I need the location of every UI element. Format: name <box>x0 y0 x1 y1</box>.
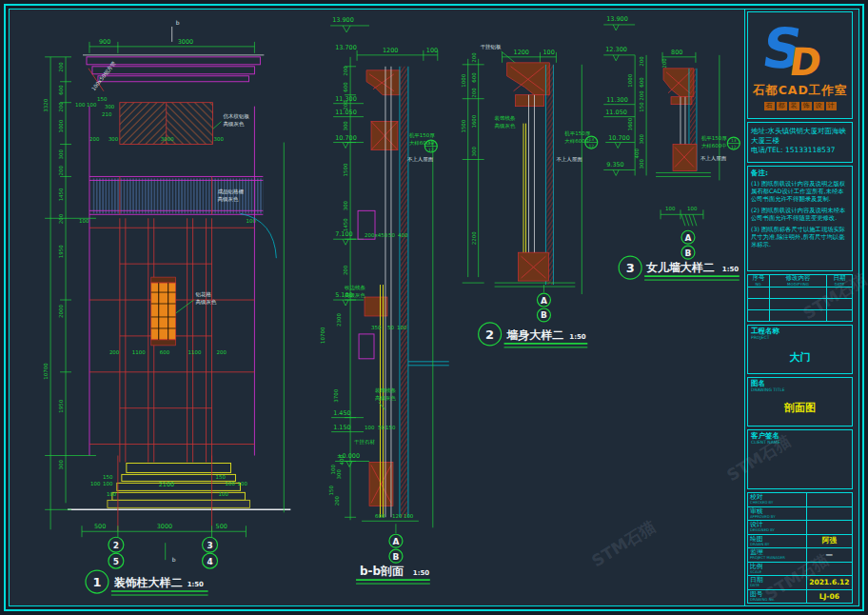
dim-label: 1200 <box>514 49 529 56</box>
dim-label: 100 <box>226 481 236 486</box>
axis-bubble: 2 <box>113 541 119 550</box>
sign-label: 比例SCALE <box>748 563 807 576</box>
door-grille: 铝花格 高级灰色 <box>151 277 217 346</box>
dim-label: 200 <box>639 90 644 101</box>
level-label: 11.050 <box>605 109 627 116</box>
level-label: 1.150 <box>333 424 351 431</box>
annotation: 高级灰色 <box>345 292 365 298</box>
revision-table: 序号 NO. 修改内容 MODIFYING 日期 DATE <box>747 274 853 322</box>
dim-label: 200 <box>661 58 667 69</box>
rev-header-en: MODIFYING <box>787 282 809 287</box>
section-marker-top: b <box>176 19 180 26</box>
sheet-outer-frame: b 900 3000 100x50铝方管 100 100 150 300 210 <box>4 4 864 611</box>
dim-label: 200 <box>58 165 64 175</box>
rev-cell <box>748 299 770 309</box>
level-label: 13.900 <box>606 15 628 23</box>
sign-label: 日期DATE <box>748 576 807 589</box>
level-label: 11.300 <box>606 96 628 104</box>
rev-cell <box>827 288 852 298</box>
dim-label: 200 <box>343 100 348 110</box>
drawing-title-value: 剖面图 <box>751 401 849 415</box>
level-label: 1.450 <box>333 409 351 417</box>
section-bubble: B <box>393 552 400 562</box>
rev-cell <box>827 299 852 309</box>
dim-label: 2100 <box>159 481 174 488</box>
detail-scale: 1:50 <box>722 266 739 273</box>
dim-label: 1600 <box>471 114 477 128</box>
dim-label: 1450 <box>58 188 64 201</box>
sign-row: 监理PROJECT MANAGER — <box>748 548 852 563</box>
rev-header-en: DATE <box>835 282 844 287</box>
drawing-wall-detail: 干挂铝板 1200 100 1000 1500 200 600 200 1600… <box>461 44 598 347</box>
detail-title: 墙身大样二 <box>506 328 564 342</box>
d3-dim-chain: 1000 1600 200 600 200 150 300 400 300 <box>627 55 646 176</box>
drawing-title-block: 图名 DRAWING TITLE 剖面图 <box>747 377 853 427</box>
dim-label: 100 <box>103 481 113 486</box>
dim-label: 300 <box>105 104 115 109</box>
rev-cell <box>748 288 770 298</box>
title-block-panel: S D 石都CAD工作室 石 都 装 饰 设 计 地址:水头镇供销大厦对面海峡 … <box>744 10 855 605</box>
revision-empty-row <box>748 310 852 321</box>
annotation: 干挂铝板 <box>481 44 502 50</box>
detail-ref: 12 <box>428 148 434 152</box>
sign-value <box>807 493 852 506</box>
rev-header-date: 日期 DATE <box>827 275 852 287</box>
dim-label: 150 <box>639 102 644 112</box>
dim-label: 100 <box>107 491 117 497</box>
sign-label: 设计DESIGNED BY <box>748 521 807 534</box>
dim-label: 300 <box>108 136 119 142</box>
annotation: 高级灰色 <box>495 123 516 129</box>
client-label-en: CLIENT NAME <box>751 440 849 446</box>
annotation: 高级灰色 <box>375 395 396 401</box>
dim-label: 600 <box>639 77 644 88</box>
signature-table: 校对CHECKED BY 审核APPROVED BY 设计DESIGNED BY… <box>747 492 853 604</box>
dim-label: 600 <box>58 85 64 95</box>
drawing-parapet-detail: 13.900 12.300 11.300 11.050 10.700 9.350… <box>603 15 740 280</box>
dim-label: 200 <box>343 66 348 76</box>
dim-label: 500 <box>216 523 227 530</box>
sign-value: — <box>807 548 852 562</box>
sign-row: 日期DATE 2021.6.12 <box>748 576 852 590</box>
annotation: 机平150厚 <box>564 130 590 136</box>
dim-label: 100 <box>404 513 414 519</box>
detail-scale: 1:50 <box>569 333 585 341</box>
sheet-inner-frame: b 900 3000 100x50铝方管 100 100 150 300 210 <box>9 9 859 606</box>
revision-empty-row <box>748 288 852 299</box>
dim-label: 100 <box>397 325 407 330</box>
revision-header-row: 序号 NO. 修改内容 MODIFYING 日期 DATE <box>748 275 852 288</box>
sign-value: 2021.6.12 <box>807 576 852 589</box>
dim-label: 120 <box>392 513 403 519</box>
rev-cell <box>770 288 827 298</box>
studio-subtitle-blocks: 石 都 装 饰 设 计 <box>764 102 837 110</box>
dim-label: 200 <box>89 136 100 142</box>
client-signature-block: 客户签名 CLIENT NAME <box>747 429 853 489</box>
section-bubble: A <box>392 537 399 546</box>
annotation: 机平150厚 <box>701 135 727 141</box>
dim-label: 200 <box>217 349 227 355</box>
annotation: 干挂石材 <box>354 439 375 446</box>
dim-label: 50 <box>388 232 395 238</box>
notes-title: 备注: <box>751 169 849 177</box>
logo-letter-d: D <box>786 40 824 83</box>
detail-title: 装饰柱大样二 <box>114 576 183 589</box>
rev-header-cn: 日期 <box>834 275 846 282</box>
level-label: 13.900 <box>332 16 354 24</box>
dim-label: 2300 <box>336 312 342 326</box>
level-label: 13.700 <box>335 44 357 51</box>
studio-logo-block: S D 石都CAD工作室 石 都 装 饰 设 计 <box>747 11 853 119</box>
section-bubble: A <box>684 233 691 243</box>
dim-label: 1600 <box>627 117 633 130</box>
rev-cell <box>770 299 827 309</box>
annotation: 大样600中 <box>701 143 727 149</box>
dim-label: 100 <box>75 102 86 108</box>
dim-label: 2000 <box>58 305 64 318</box>
rev-cell <box>770 310 827 321</box>
sign-value <box>807 507 852 521</box>
dim-label: 100 <box>365 425 375 430</box>
section-marker-bottom: b <box>172 556 176 563</box>
cad-model-space[interactable]: b 900 3000 100x50铝方管 100 100 150 300 210 <box>10 10 744 605</box>
grille-color-label: 高级灰色 <box>218 196 239 202</box>
bb-wall <box>358 67 449 527</box>
annotation: 收边线条 <box>345 285 365 291</box>
address-line2: 大厦三楼 <box>751 136 849 146</box>
